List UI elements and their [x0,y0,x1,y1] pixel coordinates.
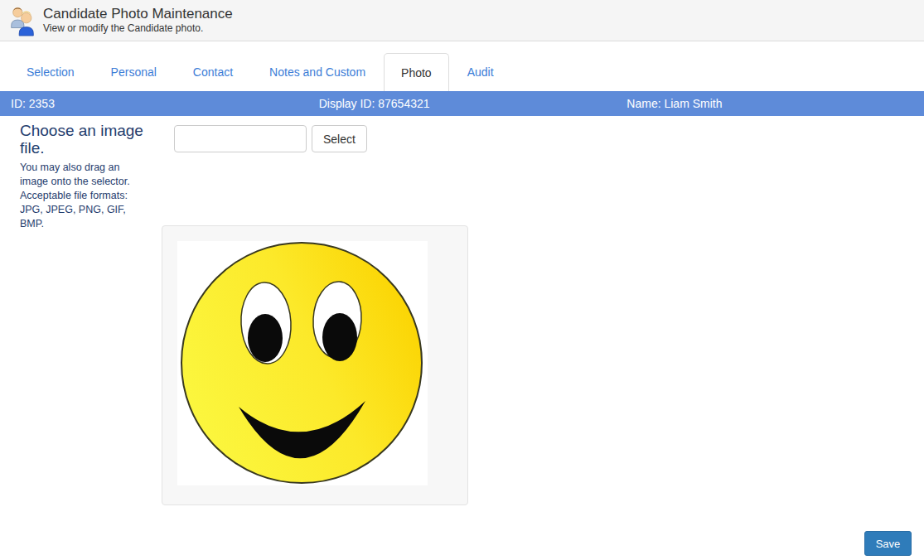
candidate-photo [177,241,428,485]
upload-instructions: Choose an image file. You may also drag … [20,122,148,231]
tab-audit[interactable]: Audit [449,53,512,91]
tab-contact[interactable]: Contact [175,53,251,91]
tab-bar: Selection Personal Contact Notes and Cus… [0,53,924,91]
photo-dropzone[interactable] [162,225,468,505]
page-title: Candidate Photo Maintenance [43,6,233,22]
record-name: Name: Liam Smith [616,91,924,116]
record-id: ID: 2353 [0,91,308,116]
file-name-input[interactable] [174,125,307,152]
select-file-button[interactable]: Select [312,125,367,152]
tab-selection[interactable]: Selection [8,53,93,91]
users-icon [7,5,38,36]
upload-heading: Choose an image file. [20,122,148,157]
tab-photo[interactable]: Photo [384,53,449,91]
save-button[interactable]: Save [864,531,912,556]
header-titles: Candidate Photo Maintenance View or modi… [43,6,233,35]
upload-help-formats: Acceptable file formats: JPG, JPEG, PNG,… [20,189,148,231]
page-subtitle: View or modify the Candidate photo. [43,22,233,35]
app-header: Candidate Photo Maintenance View or modi… [0,0,924,41]
file-selector-row: Select [174,125,367,152]
record-info-bar: ID: 2353 Display ID: 87654321 Name: Liam… [0,91,924,116]
tab-notes-and-custom[interactable]: Notes and Custom [251,53,384,91]
record-display-id: Display ID: 87654321 [308,91,617,116]
smiley-face-image [177,241,428,485]
upload-help-drag: You may also drag an image onto the sele… [20,161,148,189]
tab-personal[interactable]: Personal [93,53,175,91]
